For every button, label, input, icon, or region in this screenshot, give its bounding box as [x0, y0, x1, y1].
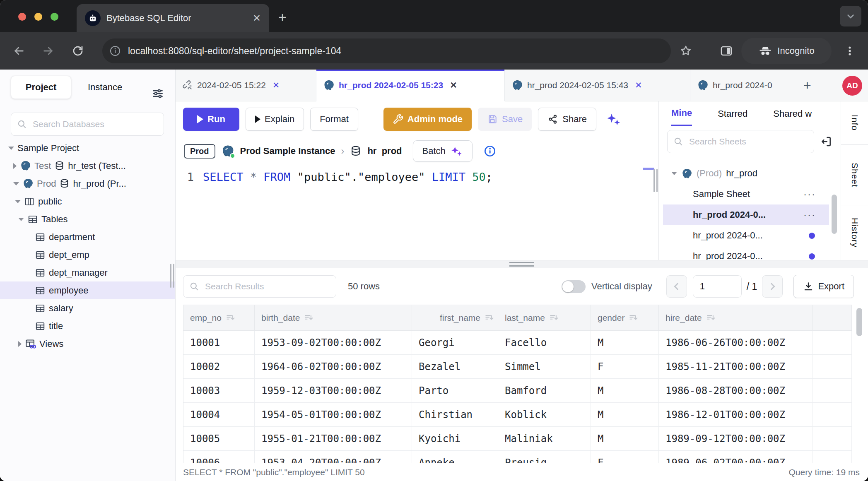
- tree-node-table-dept-emp[interactable]: dept_emp: [0, 246, 175, 264]
- editor-tab-4[interactable]: hr_prod 2024-0: [690, 70, 796, 101]
- close-tab-icon[interactable]: ✕: [253, 12, 261, 24]
- site-info-icon[interactable]: [109, 45, 121, 57]
- cell[interactable]: F: [591, 451, 659, 463]
- editor-minimap[interactable]: [643, 166, 654, 260]
- editor-tab-3[interactable]: hr_prod 2024-02-05 15:43 ✕: [505, 70, 690, 101]
- tab-history[interactable]: History: [841, 205, 868, 260]
- sort-icon[interactable]: [706, 313, 716, 323]
- collapse-panel-icon[interactable]: [820, 135, 833, 148]
- url-bar[interactable]: localhost:8080/sql-editor/sheet/project-…: [102, 38, 671, 63]
- tree-node-table-dept-manager[interactable]: dept_manager: [0, 264, 175, 281]
- caret-right-icon[interactable]: [13, 163, 17, 169]
- column-header-last-name[interactable]: last_name: [498, 305, 591, 331]
- tab-search-button[interactable]: [840, 6, 861, 26]
- browser-tab[interactable]: Bytebase SQL Editor ✕: [77, 4, 269, 32]
- instance-name[interactable]: Prod Sample Instance: [240, 146, 335, 156]
- page-number-input[interactable]: [693, 275, 742, 298]
- forward-button[interactable]: [36, 32, 60, 70]
- sheet-item[interactable]: hr_prod 2024-0...: [659, 225, 841, 246]
- cell[interactable]: Georgi: [412, 331, 498, 355]
- search-databases-input[interactable]: [11, 113, 164, 136]
- more-actions-icon[interactable]: ···: [803, 209, 816, 221]
- caret-down-icon[interactable]: [671, 172, 677, 175]
- user-avatar[interactable]: AD: [842, 76, 862, 96]
- column-header-hire-date[interactable]: hire_date: [659, 305, 813, 331]
- tree-node-tables-group[interactable]: Tables: [0, 210, 175, 228]
- editor-tab-1[interactable]: 2024-02-05 15:22 ✕: [176, 70, 316, 101]
- cell[interactable]: Facello: [498, 331, 591, 355]
- sheet-item-clipped[interactable]: hr_prod 2024-0...: [659, 246, 841, 260]
- run-button[interactable]: Run: [183, 108, 239, 131]
- sheet-item-selected[interactable]: hr_prod 2024-0... ···: [663, 204, 829, 225]
- cell[interactable]: 1986-08-28T00:00:00Z: [659, 379, 813, 403]
- tab-shared[interactable]: Shared w: [773, 101, 812, 126]
- tree-node-table-employee-selected[interactable]: employee: [0, 281, 175, 299]
- cell[interactable]: M: [591, 379, 659, 403]
- cell[interactable]: Maliniak: [498, 427, 591, 451]
- ai-sparkles-icon[interactable]: [605, 111, 622, 127]
- save-button[interactable]: Save: [478, 108, 532, 131]
- tree-node-database-test[interactable]: Test hr_test (Test...: [0, 157, 175, 175]
- editor-tab-2-active[interactable]: hr_prod 2024-02-05 15:23 ✕: [316, 70, 505, 101]
- info-icon[interactable]: [483, 144, 497, 158]
- sidebar-resize-handle[interactable]: [170, 264, 174, 288]
- cell[interactable]: F: [591, 355, 659, 379]
- sql-code-line[interactable]: SELECT * FROM "public"."employee" LIMIT …: [203, 166, 492, 260]
- browser-menu-icon[interactable]: [838, 32, 861, 70]
- explain-button[interactable]: Explain: [246, 108, 304, 131]
- cell[interactable]: Anneke: [412, 451, 498, 463]
- tab-starred[interactable]: Starred: [718, 101, 747, 126]
- cell[interactable]: 10005: [183, 427, 255, 451]
- tree-node-database-prod[interactable]: Prod hr_prod (Pr...: [0, 175, 175, 192]
- search-sheets-input[interactable]: [667, 130, 814, 153]
- new-sheet-tab-button[interactable]: +: [803, 78, 811, 93]
- tree-node-table-department[interactable]: department: [0, 228, 175, 246]
- batch-button[interactable]: Batch: [413, 140, 473, 162]
- caret-down-icon[interactable]: [15, 200, 21, 203]
- zoom-window-button[interactable]: [51, 13, 58, 21]
- cell[interactable]: 10006: [183, 451, 255, 463]
- tree-node-table-title[interactable]: title: [0, 317, 175, 335]
- column-header-birth-date[interactable]: birth_date: [255, 305, 412, 331]
- cell[interactable]: 10003: [183, 379, 255, 403]
- scrollbar-thumb[interactable]: [856, 308, 862, 336]
- cell[interactable]: M: [591, 331, 659, 355]
- sort-icon[interactable]: [485, 313, 494, 323]
- caret-down-icon[interactable]: [8, 147, 14, 150]
- cell[interactable]: 1953-04-20T00:00:00Z: [255, 451, 412, 463]
- sort-icon[interactable]: [549, 313, 559, 323]
- tree-node-project[interactable]: Sample Project: [0, 139, 175, 157]
- prev-page-button[interactable]: [666, 275, 687, 298]
- tab-mine[interactable]: Mine: [671, 101, 692, 126]
- caret-down-icon[interactable]: [13, 182, 19, 185]
- cell[interactable]: 1954-05-01T00:00:00Z: [255, 403, 412, 427]
- cell[interactable]: 1959-12-03T00:00:00Z: [255, 379, 412, 403]
- cell[interactable]: 1986-12-01T00:00:00Z: [659, 403, 813, 427]
- cell[interactable]: Kyoichi: [412, 427, 498, 451]
- next-page-button[interactable]: [762, 275, 783, 298]
- search-results-input[interactable]: [183, 275, 336, 298]
- results-resize-handle[interactable]: [176, 260, 868, 268]
- close-window-button[interactable]: [18, 13, 26, 21]
- close-tab-icon[interactable]: ✕: [272, 80, 280, 90]
- tab-instance[interactable]: Instance: [88, 82, 122, 93]
- sort-icon[interactable]: [226, 313, 236, 323]
- column-header-gender[interactable]: gender: [591, 305, 659, 331]
- reload-button[interactable]: [66, 32, 89, 70]
- close-tab-icon[interactable]: ✕: [450, 80, 457, 90]
- tree-node-schema-public[interactable]: public: [0, 192, 175, 210]
- tree-options-icon[interactable]: [151, 87, 164, 100]
- scrollbar-thumb[interactable]: [832, 195, 837, 234]
- cell[interactable]: M: [591, 403, 659, 427]
- cell[interactable]: Preusig: [498, 451, 591, 463]
- cell[interactable]: 10001: [183, 331, 255, 355]
- cell[interactable]: Koblick: [498, 403, 591, 427]
- close-tab-icon[interactable]: ✕: [635, 80, 642, 90]
- database-name[interactable]: hr_prod: [367, 146, 402, 156]
- sort-icon[interactable]: [304, 313, 314, 323]
- cell[interactable]: Bezalel: [412, 355, 498, 379]
- side-panel-icon[interactable]: [715, 32, 738, 70]
- new-tab-button[interactable]: +: [278, 9, 287, 25]
- tab-project[interactable]: Project: [11, 76, 71, 99]
- cell[interactable]: Simmel: [498, 355, 591, 379]
